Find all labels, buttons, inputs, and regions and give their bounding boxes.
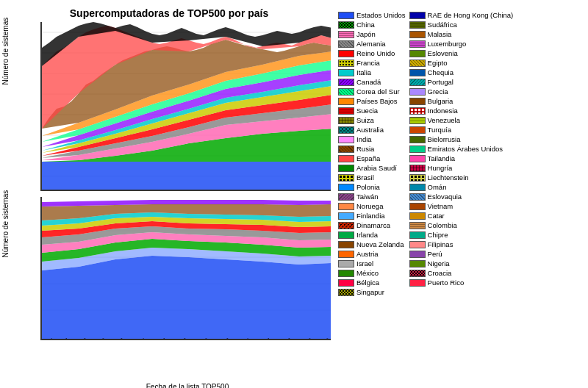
swatch <box>409 270 426 277</box>
svg-text:2006: 2006 <box>154 337 168 340</box>
swatch <box>338 174 354 182</box>
legend-label: Irlanda <box>356 231 378 239</box>
legend-label: Finlandia <box>356 212 385 220</box>
list-item: Austria <box>338 250 406 258</box>
list-item: Alemania <box>338 40 406 48</box>
list-item: Perú <box>409 250 514 258</box>
legend-label: Grecia <box>428 87 448 96</box>
swatch <box>409 260 426 267</box>
swatch <box>409 203 426 210</box>
legend-label: Rusia <box>356 145 374 153</box>
legend-label: Portugal <box>428 78 453 86</box>
svg-text:2018: 2018 <box>279 337 293 340</box>
legend-col-1: Estados Unidos China Japón Alemania Rein… <box>338 11 406 296</box>
swatch <box>409 193 426 201</box>
legend-label: Sudáfrica <box>428 21 457 29</box>
list-item: Grecia <box>409 87 514 96</box>
legend-label: Emiratos Árabes Unidos <box>428 145 503 153</box>
legend-label: Chipre <box>428 231 448 239</box>
swatch <box>338 107 354 115</box>
list-item: Sudáfrica <box>409 21 514 29</box>
legend-label: Japón <box>356 30 376 38</box>
legend-label: Vietnam <box>428 202 453 210</box>
x-axis-label: Fecha de la lista TOP500 <box>40 383 334 388</box>
legend-label: China <box>356 21 375 29</box>
swatch <box>338 69 354 76</box>
swatch <box>409 165 426 172</box>
legend-label: Suiza <box>356 116 374 124</box>
legend-label: Egipto <box>428 59 448 67</box>
list-item: Turquía <box>409 126 514 134</box>
legend-col-2: RAE de Hong Kong (China) Sudáfrica Malas… <box>409 11 514 296</box>
bottom-chart-grid <box>42 197 331 339</box>
legend-label: Reino Unido <box>356 49 395 57</box>
swatch <box>338 184 354 191</box>
legend-label: Bielorrusia <box>428 135 461 143</box>
list-item: Eslovaquia <box>409 193 514 201</box>
swatch <box>409 222 426 229</box>
legend-label: Tailandia <box>428 154 456 162</box>
list-item: Rusia <box>338 145 406 153</box>
swatch <box>409 174 426 182</box>
chart-title: Supercomputadoras de TOP500 por país <box>4 7 334 19</box>
swatch <box>338 40 354 48</box>
list-item: Nueva Zelanda <box>338 240 406 248</box>
svg-text:1996: 1996 <box>57 337 71 340</box>
swatch <box>409 212 426 220</box>
legend-label: Alemania <box>356 40 386 48</box>
legend-label: Bélgica <box>356 279 379 287</box>
top-chart-grid <box>42 22 331 190</box>
swatch <box>409 69 426 76</box>
swatch <box>409 107 426 115</box>
y-axis-label-bottom: Número de sistemas <box>1 251 10 258</box>
svg-text:2002: 2002 <box>112 337 126 340</box>
legend-label: Australia <box>356 126 384 134</box>
list-item: Filipinas <box>409 240 514 248</box>
list-item: Arabia Saudí <box>338 164 406 172</box>
swatch <box>338 203 354 210</box>
list-item: Reino Unido <box>338 49 406 57</box>
legend-columns: Estados Unidos China Japón Alemania Rein… <box>338 11 581 296</box>
legend-label: Bulgaria <box>428 97 453 105</box>
legend-label: Brasil <box>356 173 374 182</box>
swatch <box>409 50 426 57</box>
chart-area: Supercomputadoras de TOP500 por país Núm… <box>4 7 334 384</box>
list-item: China <box>338 21 406 29</box>
swatch <box>409 231 426 239</box>
svg-text:1994: 1994 <box>42 337 56 340</box>
swatch <box>409 60 426 67</box>
swatch <box>338 146 354 153</box>
list-item: Emiratos Árabes Unidos <box>409 145 514 153</box>
swatch <box>409 146 426 153</box>
legend-label: Indonesia <box>428 107 458 115</box>
y-axis-label-top: Número de sistemas <box>1 78 10 85</box>
swatch <box>409 155 426 162</box>
swatch <box>338 193 354 201</box>
svg-text:2014: 2014 <box>238 337 252 340</box>
top-chart: 80 70 60 50 40 30 20 10 0 <box>40 22 331 191</box>
swatch <box>338 117 354 124</box>
svg-text:2020: 2020 <box>300 337 314 340</box>
list-item: Chipre <box>409 231 514 239</box>
list-item: India <box>338 135 406 143</box>
list-item: Liechtenstein <box>409 173 514 182</box>
list-item: RAE de Hong Kong (China) <box>409 11 514 19</box>
list-item: Portugal <box>409 78 514 86</box>
list-item: Países Bajos <box>338 97 406 105</box>
swatch <box>338 231 354 239</box>
legend-label: Países Bajos <box>356 97 397 105</box>
legend-label: Colombia <box>428 221 457 229</box>
legend-label: India <box>356 135 372 143</box>
swatch <box>338 289 354 296</box>
list-item: Israel <box>338 259 406 267</box>
legend-label: Canadá <box>356 78 381 86</box>
list-item: Finlandia <box>338 212 406 220</box>
swatch <box>338 136 354 143</box>
svg-text:2000: 2000 <box>93 337 107 340</box>
legend-label: Austria <box>356 250 379 258</box>
legend-label: RAE de Hong Kong (China) <box>428 11 514 19</box>
swatch <box>338 98 354 105</box>
swatch <box>338 241 354 248</box>
swatch <box>338 251 354 258</box>
legend-label: Filipinas <box>428 240 453 248</box>
